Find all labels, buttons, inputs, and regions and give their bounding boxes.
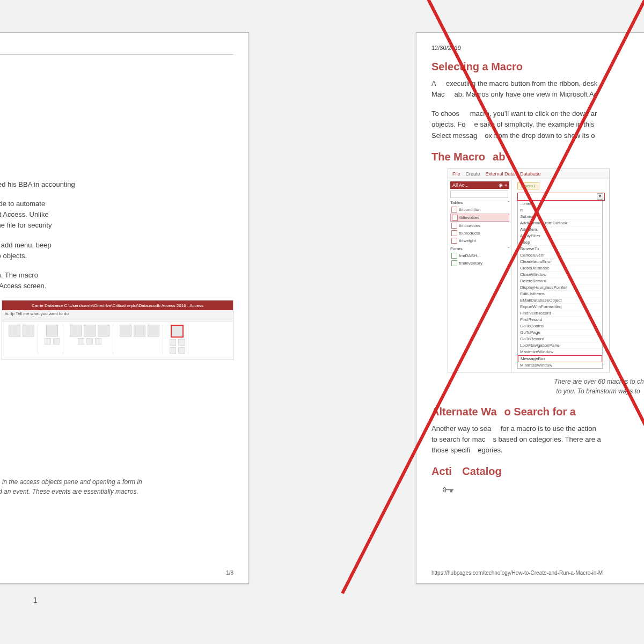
ribbon-tabs: ls ◦lp Tell me what you want to do	[2, 310, 233, 321]
action-list-item: MinimizeWindow	[518, 362, 602, 369]
action-list-item: MaximizeWindow	[518, 349, 602, 355]
page-footer: acro-in-Microsoft-Access 1/8	[0, 570, 233, 576]
ribbon-group	[67, 325, 113, 354]
ribbon-macro-group	[166, 325, 188, 354]
ribbon-group	[116, 325, 163, 354]
action-list-item: BrowseTo	[518, 246, 602, 252]
footer-url: https://hubpages.com/technology/How-to-C…	[431, 570, 603, 576]
heading-alternate-search: Alternate Wao Search for a	[431, 406, 644, 418]
page-1: Create and Run a Macro in Microsoft Acce…	[0, 32, 249, 584]
page-2: 12/30/2019 How to Create a Selecting a M…	[416, 32, 644, 584]
intro-paragraph: require writing VBA (visual basic for ap…	[0, 199, 233, 231]
macro-designer: Macro1 ▾ …mentrtSubmacAddContactFromOutl…	[512, 179, 609, 372]
action-list-item: GoToRecord	[518, 336, 602, 342]
action-list-item: MessageBox	[518, 355, 602, 362]
action-list-item: CloseWindow	[518, 272, 602, 278]
footer-pagenum: 1/8	[226, 570, 233, 576]
figure-caption-2: There are over 60 macros to choofrom in …	[453, 377, 644, 396]
action-list-item: Submac	[518, 214, 602, 220]
action-list-item: Beep	[518, 239, 602, 246]
alt-paragraph: Another way to sea for a macro is to use…	[431, 423, 644, 456]
key-icon: 🗝	[442, 483, 644, 497]
running-header: Create and Run a Macro in Microsoft Acce…	[0, 45, 233, 51]
selecting-paragraph-2: To choos macro, you'll want to click on …	[431, 108, 644, 141]
action-list-item: DeleteRecord	[518, 278, 602, 284]
selecting-paragraph-1: Aexecuting the macro button from the rib…	[431, 78, 644, 100]
ribbon-screenshot: Carrie Database C:\Users\carrie\Onedrive…	[2, 300, 233, 360]
action-list-item: EMailDatabaseObject	[518, 297, 602, 304]
header-date: 12/30/2019	[431, 45, 461, 51]
action-list-item: rt	[518, 207, 602, 214]
header-rule	[0, 54, 233, 55]
heading-action-catalog: Acti Catalog	[431, 465, 644, 478]
macro-button-highlight	[171, 325, 184, 338]
action-list-item: GoToControl	[518, 323, 602, 330]
access-tabs: File Create External Data Database	[448, 169, 609, 179]
author-bio: anufacturing, distribution, and aerospac…	[0, 179, 233, 190]
action-list-item: CloseDatabase	[518, 265, 602, 272]
ribbon-group	[5, 325, 38, 354]
document-viewer: Create and Run a Macro in Microsoft Acce…	[0, 0, 644, 644]
running-header: 12/30/2019 How to Create a	[431, 45, 644, 51]
search-box	[450, 191, 508, 198]
create-paragraph: e create tab followed by clicking on the…	[0, 270, 233, 291]
action-list-item: DisplayHourglassPointer	[518, 284, 602, 291]
ribbon-titlebar: Carrie Database C:\Users\carrie\Onedrive…	[2, 301, 233, 310]
heading-macro-tab: The Macroab	[431, 151, 644, 163]
action-list-item: ExportWithFormatting	[518, 304, 602, 310]
thumbnail-page-number: 1	[0, 596, 248, 604]
action-list-item: GoToPage	[518, 330, 602, 336]
page-title: nd Run a Macro in	[0, 62, 233, 83]
figure-caption: . Right clicking on a form in the access…	[0, 477, 212, 496]
ribbon-group	[41, 325, 63, 354]
action-list-item: ApplyFilter	[518, 233, 602, 239]
page-footer: https://hubpages.com/technology/How-to-C…	[431, 570, 644, 576]
action-list-item: LockNavigationPane	[518, 342, 602, 349]
macro-types-paragraph: m in Microsoft Access such as message bo…	[0, 240, 233, 261]
action-list-item: EditListItems	[518, 291, 602, 297]
